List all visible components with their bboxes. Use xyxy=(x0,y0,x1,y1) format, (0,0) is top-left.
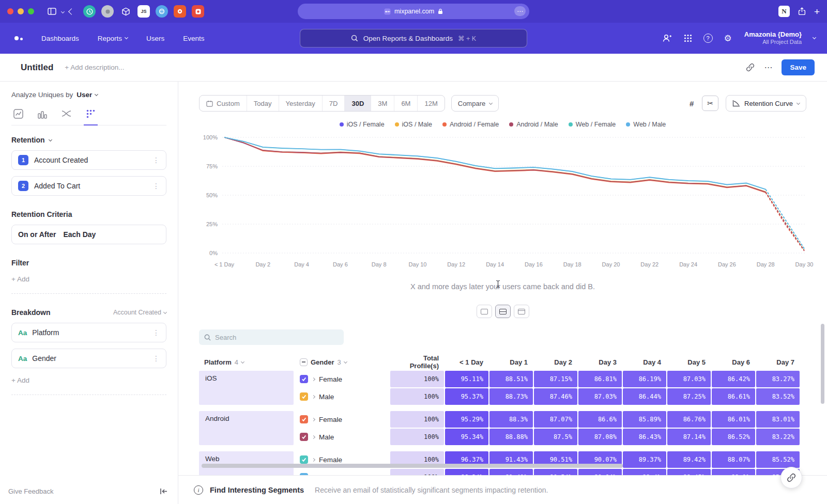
tab-funnels[interactable] xyxy=(38,109,47,119)
legend-item[interactable]: Android / Male xyxy=(509,121,558,128)
browser-sidebar-icon[interactable] xyxy=(48,8,56,15)
gender-column-header[interactable]: Gender 3 xyxy=(295,358,389,366)
retention-value-cell[interactable]: 86.44% xyxy=(623,388,666,405)
retention-value-cell[interactable]: 91.41% xyxy=(489,469,533,475)
range-yesterday[interactable]: Yesterday xyxy=(279,96,322,111)
retention-value-cell[interactable]: 89.37% xyxy=(623,451,666,468)
range-6m[interactable]: 6M xyxy=(394,96,417,111)
row-checkbox[interactable] xyxy=(300,473,308,475)
vertical-scrollbar[interactable] xyxy=(821,324,824,404)
copy-link-icon[interactable] xyxy=(746,63,755,72)
compare-dropdown[interactable]: Compare xyxy=(451,95,499,112)
project-chevron-icon[interactable] xyxy=(813,36,816,39)
criteria-on-or-after[interactable]: On or After xyxy=(18,230,56,239)
give-feedback-link[interactable]: Give Feedback xyxy=(8,487,53,495)
row-checkbox[interactable] xyxy=(300,455,308,464)
legend-item[interactable]: Web / Female xyxy=(569,121,616,128)
blue-extension-icon[interactable] xyxy=(156,5,168,18)
find-segments-title[interactable]: Find Interesting Segments xyxy=(210,486,304,494)
expand-chevron-icon[interactable] xyxy=(312,377,315,381)
retention-value-cell[interactable]: 90.54% xyxy=(534,469,577,475)
gender-cell[interactable]: Female xyxy=(295,411,389,428)
expand-chevron-icon[interactable] xyxy=(312,458,315,461)
kebab-menu-icon[interactable]: ⋮ xyxy=(152,355,160,362)
save-button[interactable]: Save xyxy=(782,59,815,75)
select-all-checkbox[interactable] xyxy=(300,358,308,366)
retention-step[interactable]: 1Account Created⋮ xyxy=(11,150,166,170)
retention-value-cell[interactable]: 90.04% xyxy=(578,469,622,475)
day-column-header[interactable]: Day 3 xyxy=(578,358,622,366)
recorder-extension-icon[interactable] xyxy=(192,5,204,18)
toggle-chart-and-table[interactable] xyxy=(495,305,511,318)
orange-extension-icon[interactable] xyxy=(174,5,186,18)
retention-value-cell[interactable]: 87.14% xyxy=(667,429,711,445)
report-title[interactable]: Untitled xyxy=(21,62,53,73)
zoom-window-button[interactable] xyxy=(28,8,34,14)
breakdown-add-button[interactable]: + Add xyxy=(11,376,166,384)
tab-flows[interactable] xyxy=(62,109,71,118)
retention-step[interactable]: 2Added To Cart⋮ xyxy=(11,176,166,196)
project-switcher[interactable]: Amazonia {Demo} All Project Data xyxy=(744,30,802,46)
toggle-table-only[interactable] xyxy=(514,305,529,318)
package-extension-icon[interactable] xyxy=(119,5,132,18)
nav-item-users[interactable]: Users xyxy=(146,35,164,42)
nav-item-reports[interactable]: Reports xyxy=(98,35,128,42)
js-extension-icon[interactable]: JS xyxy=(137,5,150,18)
close-window-button[interactable] xyxy=(7,8,13,14)
annotations-icon[interactable]: # xyxy=(684,96,699,111)
gear-icon[interactable]: ⚙ xyxy=(724,34,732,43)
retention-value-cell[interactable]: 88.1% xyxy=(712,469,755,475)
breakdown-item[interactable]: AaGender⋮ xyxy=(11,349,166,368)
kebab-menu-icon[interactable]: ⋮ xyxy=(152,156,160,164)
retention-value-cell[interactable]: 86.52% xyxy=(712,429,755,445)
analyze-entity-dropdown[interactable]: User xyxy=(76,91,98,99)
tab-insights[interactable] xyxy=(13,109,23,119)
retention-value-cell[interactable]: 86.01% xyxy=(712,411,755,428)
retention-value-cell[interactable]: 88.07% xyxy=(712,451,755,468)
retention-value-cell[interactable]: 83.52% xyxy=(756,388,800,405)
retention-value-cell[interactable]: 86.19% xyxy=(623,371,666,387)
retention-value-cell[interactable]: 89.45% xyxy=(667,469,711,475)
expand-chevron-icon[interactable] xyxy=(312,435,315,438)
nav-item-dashboards[interactable]: Dashboards xyxy=(41,35,79,42)
retention-value-cell[interactable]: 85.52% xyxy=(756,451,800,468)
retention-value-cell[interactable]: 88.88% xyxy=(489,429,533,445)
day-column-header[interactable]: < 1 Day xyxy=(445,358,488,366)
user-data-icon[interactable] xyxy=(662,34,672,43)
nav-item-events[interactable]: Events xyxy=(183,35,204,42)
legend-item[interactable]: iOS / Male xyxy=(395,121,432,128)
range-7d[interactable]: 7D xyxy=(322,96,345,111)
platform-column-header[interactable]: Platform 4 xyxy=(199,358,294,366)
row-checkbox[interactable] xyxy=(300,375,308,383)
row-checkbox[interactable] xyxy=(300,433,308,441)
horizontal-scrollbar[interactable] xyxy=(202,464,623,468)
range-30d[interactable]: 30D xyxy=(344,96,371,111)
filter-add-button[interactable]: + Add xyxy=(11,275,166,283)
minimize-window-button[interactable] xyxy=(18,8,24,14)
row-checkbox[interactable] xyxy=(300,392,308,401)
retention-value-cell[interactable]: 95.11% xyxy=(445,371,488,387)
retention-value-cell[interactable]: 86.81% xyxy=(578,371,622,387)
legend-item[interactable]: iOS / Female xyxy=(340,121,385,128)
row-checkbox[interactable] xyxy=(300,415,308,423)
kebab-menu-icon[interactable]: ⋮ xyxy=(152,329,160,336)
retention-value-cell[interactable]: 87.07% xyxy=(534,411,577,428)
expand-chevron-icon[interactable] xyxy=(312,395,315,398)
retention-value-cell[interactable]: 83.27% xyxy=(756,371,800,387)
chart-type-dropdown[interactable]: Retention Curve xyxy=(726,95,806,112)
more-options-icon[interactable]: ⋯ xyxy=(764,62,772,72)
retention-value-cell[interactable]: 95.29% xyxy=(445,411,488,428)
retention-value-cell[interactable]: 87.25% xyxy=(667,388,711,405)
retention-value-cell[interactable]: 89.42% xyxy=(667,451,711,468)
day-column-header[interactable]: Day 7 xyxy=(756,358,800,366)
address-bar-more-icon[interactable]: ⋯ xyxy=(514,6,526,16)
retention-value-cell[interactable]: 86.42% xyxy=(712,371,755,387)
new-tab-icon[interactable]: + xyxy=(814,7,820,17)
retention-value-cell[interactable]: 86.43% xyxy=(623,429,666,445)
range-12m[interactable]: 12M xyxy=(417,96,444,111)
legend-item[interactable]: Android / Female xyxy=(442,121,499,128)
day-column-header[interactable]: Day 5 xyxy=(667,358,711,366)
gender-cell[interactable]: Male xyxy=(295,469,389,475)
day-column-header[interactable]: Day 2 xyxy=(534,358,577,366)
retention-value-cell[interactable]: 83.22% xyxy=(756,429,800,445)
